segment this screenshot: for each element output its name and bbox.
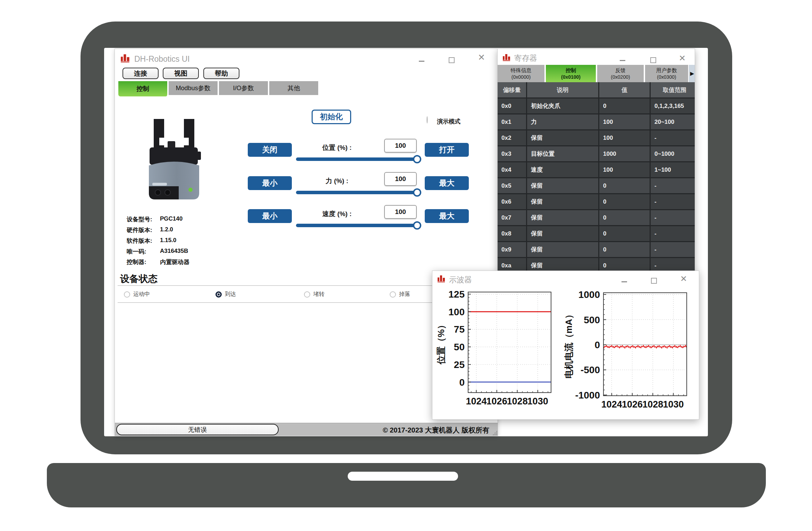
- tab-modbus-params[interactable]: Modbus参数: [169, 81, 218, 95]
- position-slider[interactable]: [296, 157, 418, 161]
- close-button[interactable]: ✕: [680, 274, 687, 283]
- tab-io-params[interactable]: I/O参数: [219, 81, 269, 95]
- dh-robotics-logo-icon: [120, 53, 130, 63]
- scope-window-title: 示波器: [449, 275, 472, 285]
- table-cell: 目标位置: [527, 146, 598, 161]
- table-cell: 初始化夹爪: [527, 99, 598, 113]
- svg-text:-500: -500: [581, 365, 600, 375]
- menu-view[interactable]: 视图: [163, 68, 199, 79]
- svg-text:1026: 1026: [622, 399, 643, 410]
- speed-max-button[interactable]: 最大: [425, 209, 469, 223]
- maximize-button[interactable]: [650, 57, 656, 63]
- table-cell: 保留: [527, 226, 598, 241]
- status-dropped-radio[interactable]: [390, 291, 396, 298]
- col-header-value: 值: [599, 82, 650, 97]
- table-cell: 0: [599, 242, 650, 257]
- main-window-title: DH-Robotics UI: [134, 54, 190, 64]
- position-slider-knob[interactable]: [413, 155, 421, 163]
- table-cell: -: [651, 210, 695, 225]
- maximize-button[interactable]: [449, 57, 455, 63]
- table-cell: -: [651, 130, 695, 145]
- menu-help[interactable]: 帮助: [203, 68, 239, 79]
- table-cell: 100: [599, 162, 650, 177]
- table-cell: 0x0: [498, 99, 526, 113]
- status-bar: 无错误 © 2017-2023 大寰机器人 版权所有: [115, 423, 498, 436]
- tab-scroll-right-icon[interactable]: ▶: [689, 65, 695, 82]
- close-gripper-button[interactable]: 关闭: [248, 143, 292, 157]
- speed-slider[interactable]: [296, 224, 418, 227]
- col-header-description: 说明: [527, 82, 598, 97]
- status-stalled-radio[interactable]: [304, 291, 310, 298]
- reg-tab-feedback[interactable]: 反馈 (0x0200): [597, 65, 644, 82]
- demo-mode-label: 演示模式: [437, 118, 460, 126]
- table-cell: 力: [527, 114, 598, 129]
- reg-tab-control[interactable]: 控制 (0x0100): [546, 65, 597, 82]
- table-cell: 0: [599, 210, 650, 225]
- table-cell: 1~100: [651, 162, 695, 177]
- force-slider[interactable]: [296, 191, 418, 194]
- maximize-button[interactable]: [651, 278, 657, 284]
- tab-control[interactable]: 控制: [118, 81, 168, 96]
- reg-tab-special-info[interactable]: 特殊信息 (0x0000): [498, 65, 545, 82]
- gripper-status-led: [188, 188, 193, 192]
- svg-text:位置（%）: 位置（%）: [436, 320, 446, 365]
- error-status-button[interactable]: 无错误: [116, 424, 279, 435]
- controller-label: 控制器:: [127, 258, 146, 266]
- close-button[interactable]: ✕: [679, 54, 686, 62]
- table-cell: 0x9: [498, 242, 526, 257]
- demo-mode-radio[interactable]: [426, 116, 428, 123]
- menu-connect[interactable]: 连接: [122, 68, 159, 79]
- speed-min-button[interactable]: 最小: [248, 209, 292, 223]
- status-moving-label: 运动中: [133, 291, 150, 298]
- svg-text:1000: 1000: [578, 289, 600, 300]
- reg-tab-user-params[interactable]: 用户参数 (0x0300): [645, 65, 689, 82]
- force-max-button[interactable]: 最大: [425, 176, 469, 190]
- table-cell: 0x2: [498, 130, 526, 145]
- reg-tab-addr: (0x0100): [561, 74, 581, 80]
- table-cell: 0xa: [498, 258, 526, 271]
- minimize-button[interactable]: [419, 61, 424, 62]
- svg-text:-1000: -1000: [575, 390, 600, 401]
- minimize-button[interactable]: [621, 281, 627, 282]
- tab-other[interactable]: 其他: [269, 81, 319, 95]
- reg-tab-addr: (0x0000): [511, 74, 531, 80]
- software-version-value: 1.15.0: [160, 237, 176, 244]
- resize-grip[interactable]: [492, 430, 497, 435]
- status-arrived-label: 到达: [225, 291, 236, 298]
- svg-text:1024: 1024: [466, 396, 487, 406]
- force-slider-knob[interactable]: [413, 188, 421, 197]
- laptop-mockup: DH-Robotics UI ✕ 连接 视图 帮助 控制 Modbus参数 I/…: [0, 0, 812, 531]
- speed-label: 速度 (%) :: [302, 209, 372, 219]
- unique-id-label: 唯一码:: [127, 248, 146, 256]
- initialize-button[interactable]: 初始化: [312, 110, 351, 124]
- unique-id-value: A316435B: [160, 248, 188, 255]
- speed-slider-knob[interactable]: [413, 221, 421, 230]
- table-cell: 速度: [527, 162, 598, 177]
- svg-text:25: 25: [454, 359, 465, 370]
- table-cell: 0x5: [498, 178, 526, 193]
- table-cell: 1000: [599, 146, 650, 161]
- svg-text:75: 75: [454, 324, 465, 335]
- table-cell: -: [651, 226, 695, 241]
- table-cell: 0: [599, 178, 650, 193]
- status-moving-radio[interactable]: [124, 291, 130, 298]
- table-cell: 0,1,2,3,165: [651, 99, 695, 113]
- speed-value-input[interactable]: [384, 205, 417, 219]
- hardware-version-label: 硬件版本:: [127, 226, 152, 234]
- status-arrived-radio[interactable]: [215, 291, 222, 298]
- position-chart: 10241026102810300255075100125位置（%）: [435, 288, 559, 410]
- close-button[interactable]: ✕: [478, 53, 485, 62]
- reg-tab-name: 反馈: [615, 67, 626, 74]
- minimize-button[interactable]: [620, 60, 625, 61]
- force-value-input[interactable]: [384, 172, 417, 186]
- table-cell: 0: [599, 258, 650, 271]
- svg-text:500: 500: [584, 315, 600, 325]
- hardware-version-value: 1.2.0: [160, 226, 173, 233]
- reg-tab-addr: (0x0200): [611, 74, 630, 80]
- table-cell: -: [651, 194, 695, 209]
- register-table: 偏移量 说明 值 取值范围 0x0 初始化夹爪 0 0,1,2,3,165 0x…: [498, 82, 695, 271]
- open-gripper-button[interactable]: 打开: [425, 143, 469, 157]
- position-value-input[interactable]: [384, 139, 417, 153]
- svg-text:0: 0: [459, 377, 465, 388]
- force-min-button[interactable]: 最小: [248, 176, 292, 190]
